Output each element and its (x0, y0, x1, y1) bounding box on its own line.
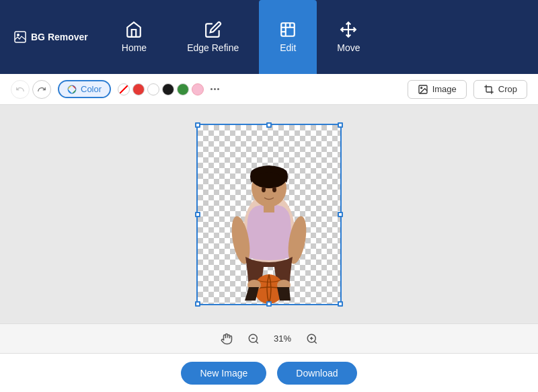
swatch-white[interactable] (147, 83, 159, 95)
image-icon (418, 84, 428, 95)
home-icon (125, 21, 143, 38)
image-label: Image (432, 84, 457, 94)
svg-line-23 (314, 341, 316, 343)
nav-tabs: Home Edge Refine Edit (102, 0, 381, 74)
handle-bottom-right[interactable] (338, 301, 343, 307)
svg-point-12 (272, 187, 276, 192)
zoom-in-button[interactable] (303, 329, 321, 348)
svg-rect-2 (281, 23, 295, 36)
dot2 (214, 88, 216, 90)
edit-label: Edit (280, 42, 296, 53)
undo-button[interactable] (11, 80, 30, 99)
header: BG Remover Home Edge Refine Ed (0, 0, 538, 74)
toolbar: Color Image (0, 74, 538, 105)
swatch-transparent[interactable] (118, 83, 130, 95)
color-label: Color (81, 84, 102, 94)
handle-top-left[interactable] (195, 122, 200, 128)
crop-label: Crop (498, 84, 517, 94)
handle-middle-right[interactable] (338, 212, 343, 217)
footer: New Image Download (0, 353, 538, 392)
swatch-pink[interactable] (192, 83, 204, 95)
bottom-controls: 31% (0, 323, 538, 353)
swatch-black[interactable] (162, 83, 174, 95)
redo-icon (37, 85, 46, 94)
pan-tool-button[interactable] (217, 329, 236, 348)
home-label: Home (122, 42, 147, 53)
app-title: BG Remover (31, 32, 88, 42)
move-icon (340, 21, 357, 38)
crop-button[interactable]: Crop (473, 80, 527, 99)
nav-tab-edge-refine[interactable]: Edge Refine (167, 0, 259, 74)
download-button[interactable]: Download (277, 362, 356, 385)
new-image-button[interactable]: New Image (181, 362, 266, 385)
more-colors-button[interactable] (206, 83, 223, 95)
svg-line-20 (256, 341, 258, 343)
nav-tab-move[interactable]: Move (317, 0, 380, 74)
nav-tab-home[interactable]: Home (102, 0, 167, 74)
zoom-in-icon (306, 333, 318, 345)
edit-icon (279, 21, 297, 38)
svg-point-11 (262, 187, 266, 192)
logo-icon (13, 30, 27, 44)
svg-point-1 (17, 34, 20, 36)
edge-refine-label: Edge Refine (187, 42, 239, 53)
handle-top-right[interactable] (338, 122, 343, 128)
svg-rect-13 (264, 203, 274, 212)
image-button[interactable]: Image (408, 80, 467, 99)
hand-icon (221, 333, 233, 345)
svg-rect-0 (15, 32, 26, 42)
canvas-area (0, 105, 538, 323)
history-controls (11, 80, 51, 99)
redo-button[interactable] (32, 80, 51, 99)
logo: BG Remover (7, 30, 95, 44)
swatch-green[interactable] (177, 83, 189, 95)
person-image (215, 143, 323, 304)
main-content: Color Image (0, 74, 538, 392)
handle-top-middle[interactable] (266, 122, 272, 128)
nav-tab-edit[interactable]: Edit (259, 0, 317, 74)
handle-bottom-left[interactable] (195, 301, 200, 307)
handle-bottom-middle[interactable] (266, 301, 272, 307)
undo-icon (15, 85, 25, 94)
move-label: Move (337, 42, 360, 53)
edge-refine-icon (204, 21, 222, 38)
color-wheel-icon (67, 85, 77, 94)
dot3 (217, 88, 219, 90)
dot1 (210, 88, 213, 90)
color-button[interactable]: Color (58, 80, 111, 98)
color-swatches (118, 83, 223, 95)
zoom-out-icon (247, 333, 260, 345)
zoom-out-button[interactable] (244, 329, 263, 348)
zoom-level: 31% (271, 334, 295, 344)
swatch-red[interactable] (132, 83, 145, 95)
crop-icon (484, 84, 494, 95)
handle-middle-left[interactable] (195, 212, 200, 217)
image-container (196, 124, 342, 305)
svg-point-7 (420, 87, 422, 88)
